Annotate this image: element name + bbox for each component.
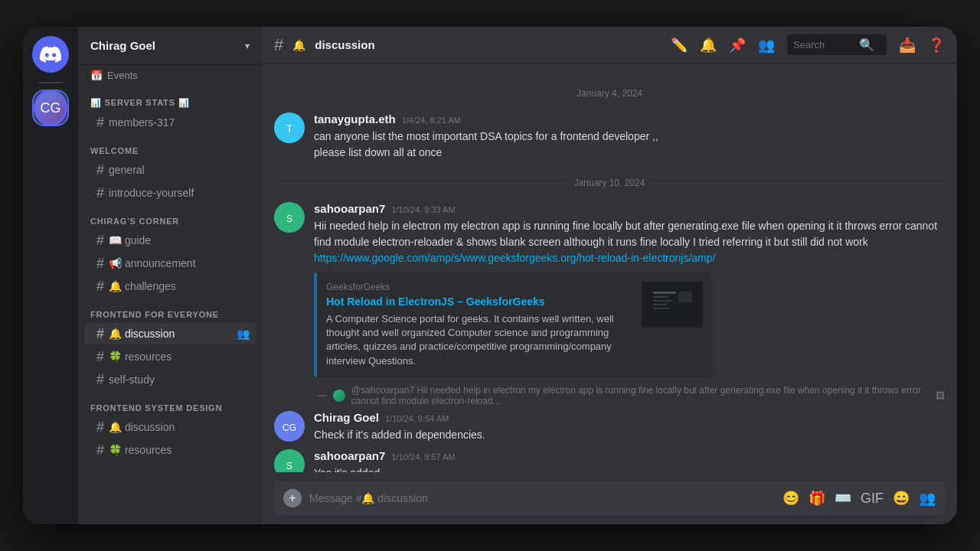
message-input-box: + 😊 🎁 ⌨️ GIF 😄 👥	[274, 481, 945, 515]
message-input-area: + 😊 🎁 ⌨️ GIF 😄 👥	[262, 472, 957, 524]
server-header[interactable]: Chirag Goel ▾	[78, 27, 262, 65]
members-icon: 👥	[237, 328, 250, 340]
threads-icon[interactable]: ✏️	[671, 37, 688, 54]
channel-discussion-active[interactable]: # 🔔 discussion 👥	[84, 323, 256, 344]
channel-announcement[interactable]: # 📢 announcement	[84, 253, 256, 274]
channel-guide[interactable]: # 📖 guide	[84, 230, 256, 251]
message-link-geeks[interactable]: https://www.google.com/amp/s/www.geeksfo…	[314, 252, 715, 264]
date-line-left	[274, 93, 570, 94]
avatar-sahoo: S	[274, 202, 305, 233]
hash-icon: #	[96, 186, 104, 200]
gif-icon[interactable]: GIF	[861, 491, 884, 507]
channel-resources[interactable]: # 🍀 resources	[84, 346, 256, 367]
preview-content: GeeksforGeeks Hot Reload in ElectronJS –…	[326, 282, 632, 368]
category-frontend-system-design: FRONTEND SYSTEM DESIGN	[78, 391, 262, 416]
svg-rect-10	[678, 292, 692, 302]
category-server-stats: 📊 SERVER STATS 📊	[78, 86, 262, 111]
discord-logo[interactable]	[32, 36, 69, 73]
date-line-right	[651, 183, 945, 184]
bell-icon[interactable]: 🔔	[700, 37, 717, 54]
hash-icon: #	[96, 350, 104, 364]
emoji-button[interactable]: 😊	[782, 490, 799, 507]
svg-rect-9	[653, 308, 670, 309]
server-rail-divider	[38, 82, 63, 83]
date-text-jan10: January 10, 2024	[574, 178, 645, 188]
date-line-right	[648, 93, 945, 94]
channel-header-name: discussion	[315, 38, 374, 51]
preview-image	[642, 282, 703, 328]
channel-fs-resources[interactable]: # 🍀 resources	[84, 439, 256, 461]
search-icon: 🔍	[859, 37, 874, 52]
user-avatar: CG	[34, 90, 67, 126]
hash-icon: #	[96, 256, 104, 270]
chevron-down-icon: ▾	[245, 41, 250, 51]
preview-title[interactable]: Hot Reload in ElectronJS – GeeksforGeeks	[326, 295, 632, 308]
avatar-sahoo2: S	[274, 449, 305, 472]
help-icon[interactable]: ❓	[928, 37, 945, 54]
hash-icon: #	[96, 443, 104, 457]
username-sahoo2: sahooarpan7	[314, 449, 385, 462]
preview-desc: A Computer Science portal for geeks. It …	[326, 312, 632, 368]
svg-rect-6	[653, 296, 668, 298]
message-header-chirag: Chirag Goel 1/10/24, 9:54 AM	[314, 411, 945, 424]
hash-icon: #	[96, 116, 104, 129]
channel-hash-icon: #	[274, 35, 283, 55]
channel-header: # 🔔 discussion ✏️ 🔔 📌 👥 🔍 📥 ❓	[262, 27, 957, 64]
attach-button[interactable]: +	[283, 489, 302, 507]
events-item[interactable]: 📅 Events	[78, 65, 262, 86]
inbox-icon[interactable]: 📥	[899, 37, 916, 54]
preview-site: GeeksforGeeks	[326, 282, 632, 292]
message-content-chirag: Chirag Goel 1/10/24, 9:54 AM Check if it…	[314, 411, 945, 443]
pin-icon[interactable]: 📌	[729, 37, 746, 54]
reply-text: @sahooarpan7 Hii needed help in electron…	[351, 385, 929, 406]
channel-self-study[interactable]: # self-study	[84, 369, 256, 390]
date-line-left	[274, 183, 568, 184]
message-header-sahoo: sahooarpan7 1/10/24, 9:33 AM	[314, 202, 945, 215]
timestamp-sahoo2: 1/10/24, 9:57 AM	[391, 452, 455, 461]
date-divider-jan10: January 10, 2024	[274, 178, 945, 188]
server-icon-active[interactable]: CG	[32, 90, 69, 126]
avatar-chirag: CG	[274, 411, 305, 442]
message-group-tanay: T tanaygupta.eth 1/4/24, 8:21 AM can any…	[274, 111, 945, 162]
search-box[interactable]: 🔍	[787, 34, 887, 55]
channel-fs-discussion[interactable]: # 🔔 discussion	[84, 416, 256, 438]
channel-sidebar: Chirag Goel ▾ 📅 Events 📊 SERVER STATS 📊 …	[78, 27, 262, 524]
svg-rect-5	[653, 292, 676, 294]
category-chiraigs-corner: CHIRAG'S CORNER	[78, 204, 262, 229]
svg-text:S: S	[286, 461, 292, 471]
channel-members[interactable]: # members-317	[84, 112, 256, 133]
timestamp-sahoo: 1/10/24, 9:33 AM	[391, 205, 455, 214]
date-divider-jan4: January 4, 2024	[274, 88, 945, 99]
channel-general[interactable]: # general	[84, 159, 256, 181]
svg-text:S: S	[286, 214, 292, 224]
username-chirag: Chirag Goel	[314, 411, 379, 424]
reply-avatar	[333, 390, 345, 402]
channel-challenges[interactable]: # 🔔 challenges	[84, 276, 256, 297]
sticker-icon[interactable]: 😄	[893, 490, 910, 507]
message-content-sahoo1: sahooarpan7 1/10/24, 9:33 AM Hii needed …	[314, 202, 945, 377]
people-icon[interactable]: 👥	[919, 490, 936, 507]
keyboard-icon[interactable]: ⌨️	[835, 490, 851, 507]
channel-introduce-yourself[interactable]: # introduce-yourself	[84, 182, 256, 204]
hash-icon: #	[96, 373, 104, 386]
members-icon[interactable]: 👥	[758, 37, 775, 54]
gift-icon[interactable]: 🎁	[808, 490, 825, 507]
message-group-chirag: CG Chirag Goel 1/10/24, 9:54 AM Check if…	[274, 409, 945, 445]
calendar-icon: 📅	[90, 70, 103, 81]
server-name: Chirag Goel	[90, 39, 155, 52]
message-text-chirag: Check if it's added in dependencies.	[314, 427, 945, 443]
reply-block: @sahooarpan7 Hii needed help in electron…	[274, 385, 945, 448]
message-text-tanay: can anyone list the most important DSA t…	[314, 129, 945, 161]
svg-rect-8	[653, 304, 667, 305]
server-icon-rail: CG	[23, 27, 78, 524]
timestamp-tanay: 1/4/24, 8:21 AM	[402, 116, 461, 125]
input-icons: 😊 🎁 ⌨️ GIF 😄 👥	[782, 490, 936, 507]
search-input[interactable]	[793, 39, 854, 51]
svg-text:CG: CG	[283, 422, 296, 433]
svg-rect-7	[653, 300, 672, 302]
message-input[interactable]	[309, 492, 775, 504]
message-text-sahoo2: Yes it's added In package.json n yarn.lo…	[314, 465, 945, 472]
category-frontend-for-everyone: FRONTEND FOR EVERYONE	[78, 298, 262, 322]
message-header: tanaygupta.eth 1/4/24, 8:21 AM	[314, 112, 945, 126]
category-welcome: WELCOME	[78, 134, 262, 158]
